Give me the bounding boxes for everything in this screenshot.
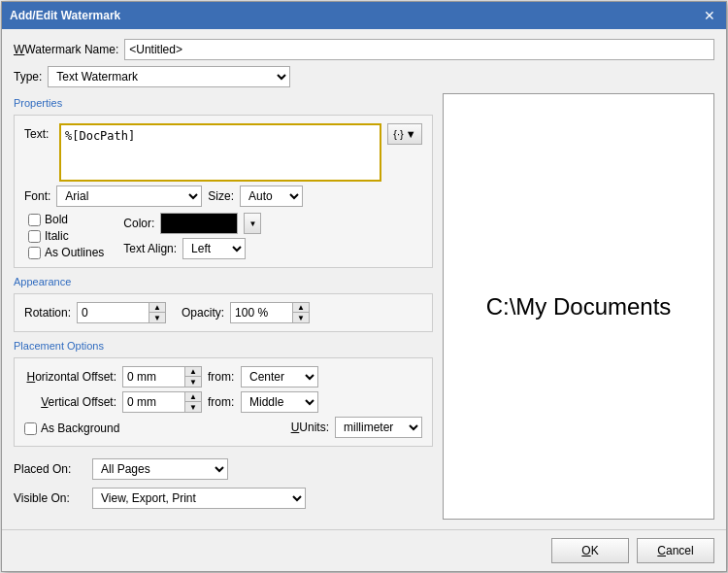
- as-outlines-label: As Outlines: [45, 246, 104, 259]
- placed-on-label: Placed On:: [14, 462, 86, 476]
- bold-checkbox[interactable]: [28, 214, 41, 226]
- opacity-spin-arrows: ▲ ▼: [293, 302, 310, 323]
- size-select[interactable]: Auto 12: [240, 185, 303, 207]
- italic-checkbox[interactable]: [28, 230, 41, 243]
- placement-box: Horizontal Offset: ▲ ▼ from: Center: [14, 357, 433, 447]
- v-spin-arrows: ▲ ▼: [185, 391, 202, 413]
- vertical-offset-spinbox: ▲ ▼: [122, 391, 202, 413]
- color-align-col: Color: ▼ Text Align: Left Center Right: [123, 213, 261, 259]
- main-content: Properties Text: %[DocPath] {·} ▼: [14, 93, 714, 520]
- horizontal-offset-input[interactable]: [122, 366, 185, 388]
- appearance-section-label: Appearance: [14, 276, 433, 287]
- color-row: Color: ▼: [123, 213, 261, 234]
- insert-btn-container: {·} ▼: [387, 123, 422, 145]
- placed-visible-section: Placed On: All Pages First Page Last Pag…: [14, 455, 433, 509]
- units-label: UUnits:: [291, 421, 329, 434]
- units-row: UUnits: millimeter inch centimeter: [291, 417, 422, 438]
- opacity-spin-down[interactable]: ▼: [293, 313, 309, 322]
- h-spin-arrows: ▲ ▼: [185, 366, 202, 388]
- vertical-offset-row: Vertical Offset: ▲ ▼ from: Middle: [24, 391, 422, 413]
- h-spin-up[interactable]: ▲: [185, 367, 201, 377]
- type-row: Type: Text Watermark Image Watermark: [14, 66, 714, 87]
- font-label: Font:: [24, 189, 50, 203]
- color-button[interactable]: [160, 213, 238, 234]
- text-label: Text:: [24, 127, 53, 141]
- as-background-row: As Background: [24, 421, 119, 435]
- rotation-input[interactable]: [77, 302, 149, 323]
- vertical-offset-label: Vertical Offset:: [24, 395, 116, 409]
- size-label: Size:: [208, 189, 234, 203]
- rotation-spin-up[interactable]: ▲: [149, 303, 165, 313]
- horizontal-offset-label: Horizontal Offset:: [24, 370, 116, 384]
- dialog-body: WWatermark Name: Type: Text Watermark Im…: [2, 29, 726, 529]
- preview-panel: C:\My Documents: [443, 93, 714, 520]
- text-row: Text: %[DocPath] {·} ▼: [24, 123, 422, 182]
- as-outlines-checkbox[interactable]: [28, 247, 41, 259]
- horizontal-offset-row: Horizontal Offset: ▲ ▼ from: Center: [24, 366, 422, 388]
- style-align-row: Bold Italic As Outlines: [24, 213, 422, 259]
- properties-box: Text: %[DocPath] {·} ▼ Font:: [14, 115, 433, 268]
- v-spin-down[interactable]: ▼: [185, 402, 201, 412]
- italic-label: Italic: [45, 229, 69, 243]
- italic-row: Italic: [28, 229, 104, 243]
- opacity-spinbox: ▲ ▼: [230, 302, 310, 323]
- rotation-spinbox: ▲ ▼: [77, 302, 166, 323]
- close-button[interactable]: ✕: [701, 7, 718, 24]
- ok-button[interactable]: OK: [551, 538, 629, 563]
- as-background-checkbox[interactable]: [24, 422, 37, 435]
- title-bar: Add/Edit Watermark ✕: [2, 2, 726, 29]
- opacity-input[interactable]: [230, 302, 293, 323]
- bg-units-row: As Background UUnits: millimeter inch ce…: [24, 417, 422, 438]
- text-align-select[interactable]: Left Center Right: [182, 238, 246, 259]
- vertical-from-select[interactable]: Middle Top Bottom: [241, 391, 318, 413]
- units-select[interactable]: millimeter inch centimeter: [335, 417, 422, 438]
- insert-icon: {·}: [393, 128, 403, 140]
- ok-underline: OK: [581, 544, 598, 557]
- as-outlines-row: As Outlines: [28, 246, 104, 259]
- cancel-underline: Cancel: [657, 544, 693, 557]
- h-from-label: from:: [208, 370, 235, 384]
- style-checkboxes: Bold Italic As Outlines: [28, 213, 104, 259]
- vertical-offset-input[interactable]: [122, 391, 185, 413]
- color-dropdown-button[interactable]: ▼: [244, 213, 261, 234]
- h-spin-down[interactable]: ▼: [185, 377, 201, 387]
- insert-button[interactable]: {·} ▼: [387, 123, 422, 145]
- type-select[interactable]: Text Watermark Image Watermark: [48, 66, 290, 87]
- v-spin-up[interactable]: ▲: [185, 392, 201, 402]
- dialog-title: Add/Edit Watermark: [10, 9, 120, 22]
- font-select[interactable]: Arial Times New Roman: [56, 185, 202, 207]
- font-row: Font: Arial Times New Roman Size: Auto 1…: [24, 185, 422, 207]
- color-label: Color:: [123, 217, 154, 230]
- appearance-row: Rotation: ▲ ▼ Opacity: ▲: [24, 302, 422, 323]
- text-align-row: Text Align: Left Center Right: [123, 238, 261, 259]
- rotation-spin-arrows: ▲ ▼: [149, 302, 166, 323]
- appearance-box: Rotation: ▲ ▼ Opacity: ▲: [14, 293, 433, 332]
- text-align-label: Text Align:: [123, 242, 177, 255]
- visible-on-row: Visible On: View, Export, Print View Onl…: [14, 488, 433, 509]
- opacity-spin-up[interactable]: ▲: [293, 303, 309, 313]
- bold-row: Bold: [28, 213, 104, 226]
- rotation-spin-down[interactable]: ▼: [149, 313, 165, 322]
- placed-on-row: Placed On: All Pages First Page Last Pag…: [14, 458, 433, 480]
- as-background-label: As Background: [41, 421, 119, 435]
- visible-on-select[interactable]: View, Export, Print View Only Print Only: [92, 488, 306, 509]
- horizontal-offset-spinbox: ▲ ▼: [122, 366, 202, 388]
- placed-on-select[interactable]: All Pages First Page Last Page: [92, 458, 228, 480]
- placement-section-label: Placement Options: [14, 340, 433, 352]
- add-edit-watermark-dialog: Add/Edit Watermark ✕ WWatermark Name: Ty…: [1, 1, 727, 572]
- preview-text: C:\My Documents: [486, 293, 672, 320]
- watermark-name-input[interactable]: [124, 39, 714, 60]
- dialog-footer: OK Cancel: [2, 529, 726, 571]
- watermark-name-row: WWatermark Name:: [14, 39, 714, 60]
- watermark-name-label: WWatermark Name:: [14, 43, 118, 56]
- properties-section-label: Properties: [14, 97, 433, 109]
- rotation-label: Rotation:: [24, 306, 71, 320]
- visible-on-label: Visible On:: [14, 491, 86, 505]
- text-input[interactable]: %[DocPath]: [59, 123, 381, 182]
- insert-dropdown-arrow: ▼: [406, 128, 416, 140]
- opacity-label: Opacity:: [182, 306, 224, 320]
- bold-label: Bold: [45, 213, 68, 226]
- left-panel: Properties Text: %[DocPath] {·} ▼: [14, 93, 433, 520]
- horizontal-from-select[interactable]: Center Left Right: [241, 366, 318, 388]
- cancel-button[interactable]: Cancel: [637, 538, 714, 563]
